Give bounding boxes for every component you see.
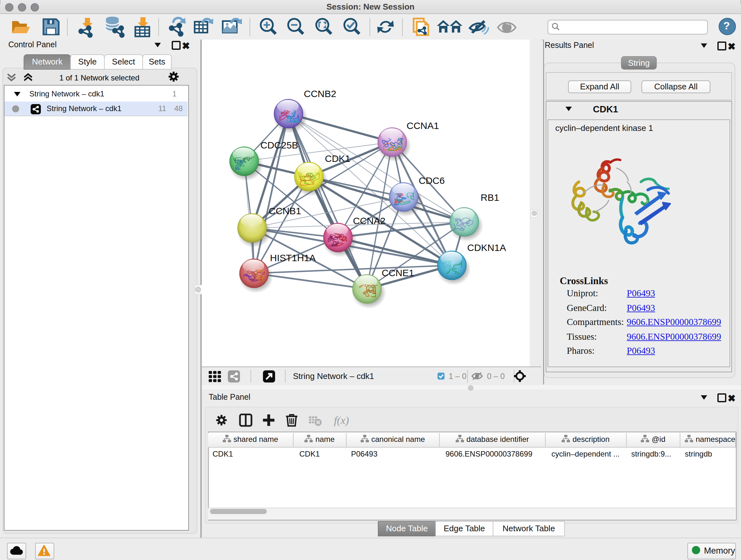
- svg-text:CDKN1A: CDKN1A: [467, 242, 506, 253]
- svg-text:RB1: RB1: [480, 192, 499, 203]
- svg-text:CCNA1: CCNA1: [406, 120, 439, 131]
- svg-text:CCNB2: CCNB2: [304, 88, 336, 99]
- svg-text:HIST1H1A: HIST1H1A: [270, 253, 315, 263]
- svg-text:0 – 0: 0 – 0: [487, 371, 504, 380]
- svg-text:CCNA2: CCNA2: [353, 215, 385, 226]
- svg-text:CDC6: CDC6: [418, 175, 445, 186]
- svg-text:f(x): f(x): [334, 415, 349, 427]
- svg-text:String Network – cdk1: String Network – cdk1: [293, 371, 374, 381]
- svg-text:CCNB1: CCNB1: [268, 206, 301, 216]
- svg-text:1 – 0: 1 – 0: [448, 371, 466, 380]
- svg-text:CDC25B: CDC25B: [260, 140, 298, 150]
- svg-text:CCNE1: CCNE1: [381, 267, 414, 278]
- svg-text:CDK1: CDK1: [325, 153, 350, 164]
